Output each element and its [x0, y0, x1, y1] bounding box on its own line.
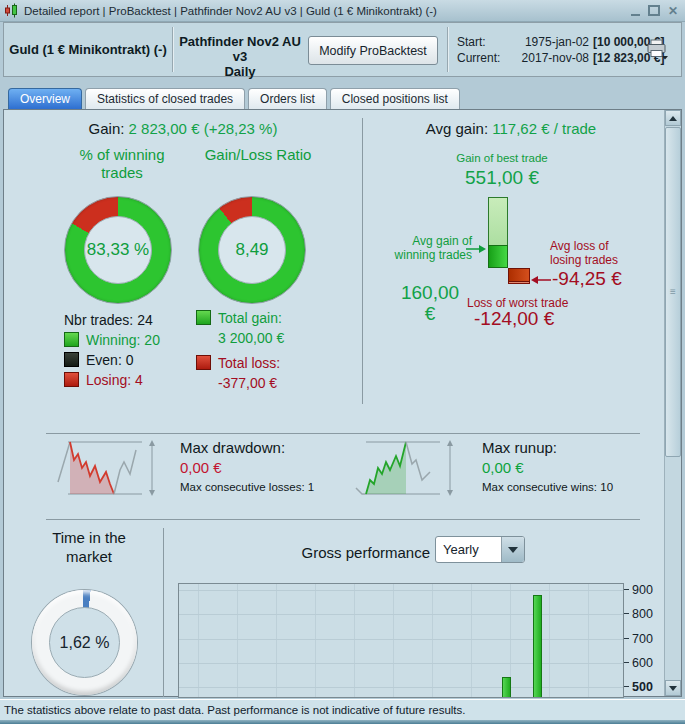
nbr-trades: Nbr trades: 24	[64, 310, 160, 329]
gross-performance-label: Gross performance	[284, 544, 430, 561]
tab-closed-positions-list[interactable]: Closed positions list	[330, 88, 460, 109]
winning-donut-title: % of winning trades	[61, 146, 183, 182]
even-color-swatch	[64, 352, 79, 367]
tick-label: 600	[632, 656, 653, 670]
ratio-donut: 8,49	[198, 196, 306, 304]
maximize-button-icon[interactable]	[648, 5, 660, 16]
close-button-icon[interactable]: ✕	[668, 5, 678, 17]
current-date: 2017-nov-08	[509, 51, 589, 65]
section-separator	[46, 433, 640, 434]
tick-mark	[624, 686, 629, 687]
y-axis-tick: 500	[624, 679, 653, 694]
dropdown-button[interactable]	[501, 537, 524, 562]
system-name: Pathfinder Nov2 AU v3	[179, 34, 301, 64]
gridline-vertical	[549, 584, 550, 697]
chevron-down-icon	[508, 547, 518, 553]
max-drawdown-label: Max drawdown:	[180, 439, 285, 456]
status-bar: The statistics above relate to past data…	[0, 699, 685, 724]
max-runup-label: Max runup:	[482, 439, 557, 456]
winning-color-swatch	[64, 332, 79, 347]
minimize-button-icon[interactable]	[631, 5, 640, 16]
max-runup-value: 0,00 €	[482, 459, 524, 476]
y-axis-tick: 600	[624, 655, 653, 670]
tick-mark	[624, 613, 629, 614]
period-dropdown[interactable]: Yearly	[435, 536, 525, 563]
time-in-market-title: Time in the market	[29, 528, 149, 566]
gain-value: 2 823,00 € (+28,23 %)	[129, 120, 278, 137]
scrollbar-thumb[interactable]: ≡	[665, 127, 681, 457]
vertical-scrollbar[interactable]: ≡	[664, 110, 681, 696]
section-separator	[46, 519, 640, 520]
total-loss-swatch	[196, 355, 211, 370]
gridline-vertical	[315, 584, 316, 697]
worst-trade-bar	[508, 268, 530, 284]
tab-orders-list[interactable]: Orders list	[248, 88, 327, 109]
max-drawdown-icon	[54, 436, 164, 500]
max-consecutive-losses: Max consecutive losses: 1	[180, 481, 314, 493]
avg-gain-label: Avg gain:	[426, 120, 488, 137]
avg-gain-value: 117,62 € / trade	[492, 120, 596, 137]
print-icon[interactable]	[645, 39, 669, 60]
tab-statistics-of-closed-trades[interactable]: Statistics of closed trades	[85, 88, 245, 109]
column-divider	[163, 528, 164, 697]
best-trade-label: Gain of best trade	[402, 152, 602, 164]
total-gain-value: 3 200,00 €	[218, 330, 284, 346]
avg-win-bar	[488, 245, 508, 268]
system-period: Daily	[179, 64, 301, 79]
avg-win-label: Avg gain of winning trades	[372, 234, 472, 262]
gain-label: Gain:	[89, 120, 125, 137]
max-consecutive-wins: Max consecutive wins: 10	[482, 481, 613, 493]
dates-cell: Start: 1975-jan-02 [10 000,00 €] Current…	[448, 23, 683, 76]
avg-loss-bar	[508, 268, 530, 282]
winning-donut: 83,33 %	[64, 196, 172, 304]
detailed-report-window: Detailed report | ProBacktest | Pathfind…	[0, 0, 685, 724]
overview-panel: Gain: 2 823,00 € (+28,23 %) Avg gain: 11…	[3, 109, 682, 697]
status-bar-edge	[0, 720, 685, 724]
start-date: 1975-jan-02	[509, 35, 589, 49]
trades-legend: Nbr trades: 24 Winning: 20 Even: 0 Losin…	[64, 310, 160, 390]
totals-legend: Total gain: 3 200,00 € Total loss: -377,…	[196, 308, 284, 393]
avg-loss-label: Avg loss of losing trades	[550, 239, 638, 267]
tick-label: 700	[632, 632, 653, 646]
gridline-vertical	[354, 584, 355, 697]
start-label: Start:	[457, 35, 509, 49]
gridline-vertical	[588, 584, 589, 697]
losing-color-swatch	[64, 372, 79, 387]
performance-bar	[502, 677, 511, 697]
ratio-donut-title: Gain/Loss Ratio	[197, 146, 319, 164]
scroll-down-button[interactable]	[665, 680, 681, 696]
period-selected-value: Yearly	[436, 542, 501, 557]
gain-line: Gain: 2 823,00 € (+28,23 %)	[4, 120, 362, 137]
ratio-value: 8,49	[235, 240, 268, 260]
system-cell: Pathfinder Nov2 AU v3 Daily Modify ProBa…	[173, 23, 447, 76]
avg-win-value: 160,00 €	[396, 282, 464, 324]
max-drawdown-value: 0,00 €	[180, 459, 222, 476]
tick-mark	[624, 662, 629, 663]
window-title: Detailed report | ProBacktest | Pathfind…	[24, 5, 437, 17]
title-bar: Detailed report | ProBacktest | Pathfind…	[0, 0, 685, 22]
gridline-horizontal	[179, 687, 623, 688]
modify-probacktest-button[interactable]: Modify ProBacktest	[308, 36, 438, 65]
arrow-down-icon	[669, 686, 677, 691]
time-in-market-value: 1,62 %	[60, 634, 110, 652]
gridline-vertical	[432, 584, 433, 697]
worst-trade-value: -124,00 €	[474, 308, 554, 330]
status-text: The statistics above relate to past data…	[4, 704, 466, 716]
candlestick-app-icon	[4, 3, 19, 18]
tick-mark	[624, 589, 629, 590]
gridline-vertical	[237, 584, 238, 697]
tick-label: 900	[632, 583, 653, 597]
performance-bar	[533, 595, 542, 697]
even-count: Even: 0	[86, 352, 133, 368]
gridline-vertical	[393, 584, 394, 697]
max-runup-icon	[352, 436, 462, 500]
tab-overview[interactable]: Overview	[8, 88, 82, 109]
tick-label: 500	[632, 680, 653, 694]
system-name-block: Pathfinder Nov2 AU v3 Daily	[179, 34, 301, 79]
gross-performance-plot	[178, 583, 624, 698]
instrument-name: Guld (1 € Minikontrakt) (-)	[9, 42, 166, 57]
scroll-up-button[interactable]	[665, 110, 681, 126]
current-label: Current:	[457, 51, 509, 65]
gridline-horizontal	[179, 590, 623, 591]
gridline-horizontal	[179, 614, 623, 615]
